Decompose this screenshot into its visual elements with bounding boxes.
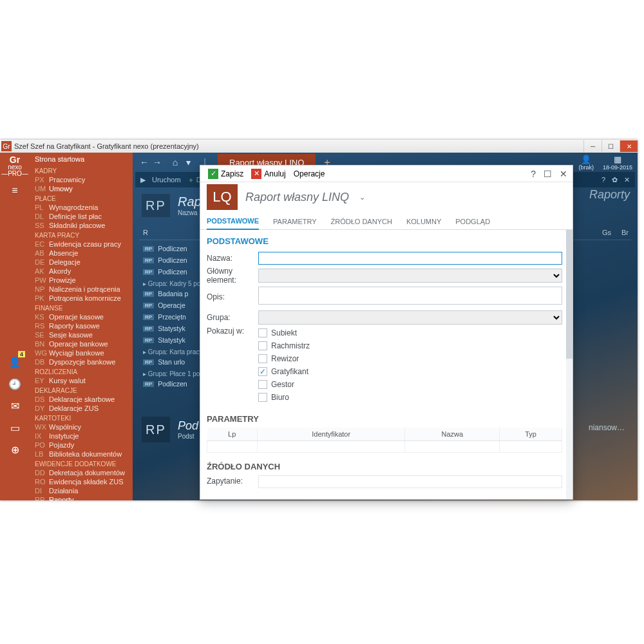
bg-right-text: niansow… xyxy=(589,423,625,432)
opis-textarea[interactable] xyxy=(258,287,562,305)
rp-badge-icon: RP xyxy=(142,194,170,217)
label-pokazuj: Pokazuj w: xyxy=(207,327,258,336)
scrollbar-thumb[interactable] xyxy=(566,230,573,359)
help-icon[interactable]: ? xyxy=(601,176,605,184)
sidebar-item[interactable]: DBDyspozycje bankowe xyxy=(30,357,133,366)
sidebar-item[interactable]: UMUmowy xyxy=(30,184,133,193)
chevron-down-icon[interactable]: ▾ xyxy=(182,157,194,167)
run-icon[interactable]: ▶ xyxy=(140,176,146,184)
sidebar-item[interactable]: DIDziałania xyxy=(30,486,133,495)
operations-button[interactable]: Operacje xyxy=(291,168,328,180)
checkbox-rewizor[interactable]: Rewizor xyxy=(258,352,310,365)
tab-podstawowe[interactable]: PODSTAWOWE xyxy=(207,213,259,230)
glowny-select[interactable] xyxy=(258,269,562,283)
parameters-table: LpIdentyfikatorNazwaTyp xyxy=(207,428,562,453)
sidebar-section-header: DEKLARACJE xyxy=(30,385,133,395)
dialog-tabs: PODSTAWOWEPARAMETRYŹRÓDŁO DANYCHKOLUMNYP… xyxy=(200,212,573,230)
rail-cert-icon[interactable]: ▭ xyxy=(2,417,28,439)
chevron-down-icon[interactable]: ⌄ xyxy=(359,193,365,202)
sidebar-item[interactable]: NPNaliczenia i potrącenia xyxy=(30,285,133,294)
sidebar-item[interactable]: RSRaporty kasowe xyxy=(30,321,133,330)
sidebar-home[interactable]: Strona startowa xyxy=(30,153,133,166)
user-indicator[interactable]: 👤(brak) xyxy=(578,155,594,171)
sidebar-item[interactable]: SESesje kasowe xyxy=(30,330,133,339)
settings-icon[interactable]: ✿ xyxy=(612,176,618,184)
tab-podgląd[interactable]: PODGLĄD xyxy=(455,214,490,229)
section-podstawowe: PODSTAWOWE xyxy=(207,235,562,250)
checkbox-biuro[interactable]: Biuro xyxy=(258,391,310,404)
label-grupa: Grupa: xyxy=(207,313,258,322)
back-icon[interactable]: ← xyxy=(138,157,151,167)
checkbox-gestor[interactable]: Gestor xyxy=(258,378,310,391)
save-button[interactable]: ✓Zapisz xyxy=(205,167,246,180)
sidebar-item[interactable]: LBBiblioteka dokumentów xyxy=(30,450,133,459)
tab-parametry[interactable]: PARAMETRY xyxy=(273,214,316,229)
sidebar-item[interactable]: DEDelegacje xyxy=(30,258,133,267)
sidebar-item[interactable]: EYKursy walut xyxy=(30,376,133,385)
cancel-button[interactable]: ✕Anuluj xyxy=(249,167,288,180)
titlebar: Gr Szef Szef na Gratyfikant - Gratyfikan… xyxy=(0,140,638,153)
sidebar-item[interactable]: DSDeklaracje skarbowe xyxy=(30,395,133,404)
lq-badge-icon: LQ xyxy=(207,184,238,210)
maximize-button[interactable]: ☐ xyxy=(601,140,620,152)
notification-badge: 4 xyxy=(18,351,25,357)
dialog-maximize-icon[interactable]: ☐ xyxy=(544,169,552,179)
rail-clock-icon[interactable]: 🕘 xyxy=(2,373,28,395)
checkbox-subiekt[interactable]: Subiekt xyxy=(258,327,310,339)
close-icon: ✕ xyxy=(251,169,261,179)
column-header: Identyfikator xyxy=(257,428,405,441)
label-zapytanie: Zapytanie: xyxy=(207,475,258,486)
column-header: Nazwa xyxy=(405,428,500,441)
close-button[interactable]: ✕ xyxy=(620,140,638,152)
checkbox-gratyfikant[interactable]: ✓Gratyfikant xyxy=(258,365,310,378)
menu-icon[interactable]: ≡ xyxy=(12,185,17,196)
sidebar-item[interactable]: KSOperacje kasowe xyxy=(30,312,133,321)
minimize-button[interactable]: ─ xyxy=(583,140,601,152)
sidebar-item[interactable]: POPojazdy xyxy=(30,440,133,450)
zapytanie-textarea[interactable] xyxy=(258,475,562,488)
sidebar-section-header: KARTOTEKI xyxy=(30,413,133,422)
run-button[interactable]: Uruchom xyxy=(152,176,181,184)
rail-mail-icon[interactable]: ✉ xyxy=(2,395,28,417)
bg-right-title: Raporty xyxy=(589,188,630,202)
dialog-close-icon[interactable]: ✕ xyxy=(560,169,567,179)
sidebar-item[interactable]: PLWynagrodzenia xyxy=(30,203,133,212)
dialog-header: LQ Raport własny LINQ ⌄ xyxy=(200,182,573,212)
tab-kolumny[interactable]: KOLUMNY xyxy=(406,214,441,229)
sidebar-item[interactable]: PWProwizje xyxy=(30,276,133,285)
sidebar-item[interactable]: RPRaporty xyxy=(30,495,133,500)
date-indicator[interactable]: ▦18-09-2015 xyxy=(603,155,632,171)
home-icon[interactable]: ⌂ xyxy=(169,157,182,167)
sidebar-item[interactable]: WXWspólnicy xyxy=(30,422,133,431)
dialog-help-icon[interactable]: ? xyxy=(531,169,536,179)
tab-źródło danych[interactable]: ŹRÓDŁO DANYCH xyxy=(331,214,392,229)
rp-badge-icon: RP xyxy=(142,417,170,442)
sidebar-item[interactable]: BNOperacje bankowe xyxy=(30,339,133,348)
rail-people-icon[interactable]: 👤4 xyxy=(2,351,28,373)
sidebar-item[interactable]: DLDefinicje list płac xyxy=(30,212,133,221)
sidebar-item[interactable]: ROEwidencja składek ZUS xyxy=(30,477,133,486)
rail-globe-icon[interactable]: ⊕ xyxy=(2,439,28,460)
sidebar-item[interactable]: ECEwidencja czasu pracy xyxy=(30,240,133,249)
sidebar-item[interactable]: IXInstytucje xyxy=(30,431,133,440)
sidebar-item[interactable]: ABAbsencje xyxy=(30,249,133,258)
sidebar-item[interactable]: PKPotrącenia komornicze xyxy=(30,294,133,303)
sidebar-item[interactable]: WGWyciągi bankowe xyxy=(30,348,133,357)
panel-close-icon[interactable]: ✕ xyxy=(624,176,630,184)
sidebar-item[interactable]: DDDekretacja dokumentów xyxy=(30,468,133,477)
label-nazwa: Nazwa: xyxy=(207,254,258,263)
sidebar-item[interactable]: AKAkordy xyxy=(30,267,133,276)
sidebar-item[interactable]: PXPracownicy xyxy=(30,175,133,184)
left-rail: Gr nexo —PRO— ≡ 👤4 🕘 ✉ ▭ ⊕ xyxy=(0,153,30,500)
sidebar: Strona startowa KADRYPXPracownicyUMUmowy… xyxy=(30,153,133,500)
nazwa-input[interactable] xyxy=(258,252,562,265)
sidebar-item[interactable]: DYDeklaracje ZUS xyxy=(30,404,133,413)
user-icon: 👤 xyxy=(581,155,591,164)
checkbox-rachmistrz[interactable]: Rachmistrz xyxy=(258,339,310,352)
forward-icon[interactable]: → xyxy=(151,157,164,167)
bg-detail-card: RP Pod Podst xyxy=(142,417,198,442)
sidebar-item[interactable]: SSSkładniki płacowe xyxy=(30,221,133,230)
table-row[interactable] xyxy=(207,441,562,453)
sidebar-section-header: ROZLICZENIA xyxy=(30,366,133,376)
grupa-select[interactable] xyxy=(258,310,562,325)
